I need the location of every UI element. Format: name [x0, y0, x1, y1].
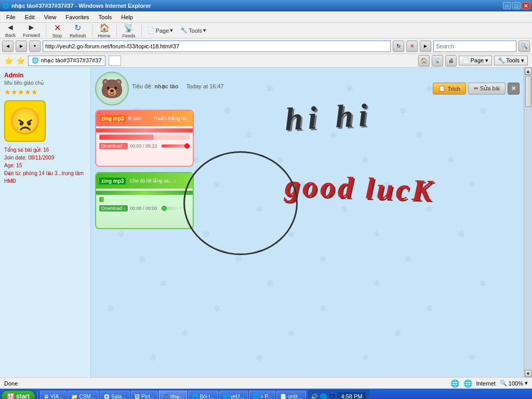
admin-title: tiêu tiêu giáo chủ — [4, 80, 86, 86]
taskbar-icon-3: 🖼 — [135, 394, 140, 400]
favorites-blank[interactable] — [109, 56, 121, 66]
action-buttons: 📋 Trích ✏ Sửa bài ✕ — [433, 83, 520, 95]
widget1-progress — [99, 135, 190, 140]
print-fav-button[interactable]: 🖨 — [445, 55, 457, 66]
taskbar-item-1[interactable]: 📁 CSM... — [68, 391, 99, 399]
scroll-down-button[interactable]: ▼ — [525, 370, 532, 377]
zing-logo-1: zing mp3 — [99, 115, 126, 122]
taskbar-item-6[interactable]: 🌐 yeU... — [219, 391, 248, 399]
content-area: ❄ ❄ ❄ ❄ ❄ ❄ ❄ ❄ ❄ ❄ ❄ ❄ ❄ ❄ ❄ ❄ ❄ ❄ ❄ ❄ … — [0, 68, 532, 377]
menu-edit[interactable]: Edit — [21, 13, 39, 21]
forward-icon: ► — [28, 23, 36, 32]
maximize-button[interactable]: □ — [512, 2, 521, 9]
address-input[interactable] — [43, 41, 391, 52]
taskbar-item-7[interactable]: 🌐 > P... — [249, 391, 275, 399]
menu-help[interactable]: Help — [117, 13, 137, 21]
circle-highlight — [183, 151, 298, 255]
tools-button[interactable]: 🔧 Tools ▾ — [177, 26, 209, 35]
zing-logo-2: zing mp3 — [99, 178, 126, 184]
scroll-thumb[interactable] — [525, 76, 531, 107]
widget1-bar — [96, 128, 193, 132]
back-icon: ◄ — [6, 23, 15, 32]
close-button[interactable]: ✕ — [522, 2, 530, 9]
back-button[interactable]: ◄ Back — [2, 22, 19, 39]
title-bar: 🌐 nhạc tào#37#37#37#37 - Windows Interne… — [0, 0, 532, 11]
page-button[interactable]: 📄 Page ▾ — [144, 26, 177, 35]
title-bar-left: 🌐 nhạc tào#37#37#37#37 - Windows Interne… — [2, 3, 151, 9]
start-label: start — [16, 393, 30, 399]
zoom-chevron: ▾ — [525, 380, 528, 387]
taskbar-item-3[interactable]: 🖼 Pict... — [131, 391, 158, 399]
tools-chevron: ▾ — [203, 27, 206, 34]
minimize-button[interactable]: ─ — [503, 2, 511, 9]
address-bar: ◄ ► ▾ ↻ ✕ ► 🔍 — [0, 38, 532, 54]
music-widget-1[interactable]: zing mp3 lê San Thuốc Đắng Gi... Downloa… — [95, 110, 194, 167]
home-label: Home — [98, 33, 111, 38]
forward-nav-button[interactable]: ► — [16, 41, 27, 52]
favorites-icon[interactable]: ⭐ — [16, 57, 25, 65]
system-tray: 🔊 🌐 🛡 4:58 PM — [307, 390, 370, 399]
windows-icon: 🪟 — [7, 393, 15, 399]
taskbar-item-2[interactable]: 💿 Sata... — [100, 391, 130, 399]
refresh-button[interactable]: ↻ Refresh — [66, 22, 89, 39]
page-fav-label: Page ▾ — [471, 57, 489, 64]
title-bar-controls: ─ □ ✕ — [503, 2, 530, 9]
ie-icon: 🌐 — [2, 3, 9, 9]
taskbar-label-2: Sata... — [111, 394, 126, 400]
forward-button[interactable]: ► Forward — [20, 22, 43, 39]
taskbar-icon-8: 📄 — [280, 394, 286, 400]
taskbar-divider — [37, 391, 38, 399]
refresh-nav-button[interactable]: ↻ — [393, 41, 404, 52]
post-count: Tổng số bài gửi: 16 — [4, 146, 86, 154]
feeds-button[interactable]: 📡 Feeds — [119, 22, 139, 39]
trich-icon: 📋 — [438, 85, 446, 92]
forward-label: Forward — [23, 33, 40, 38]
taskbar-item-4[interactable]: 🎵 nhạ... — [159, 391, 187, 399]
widget2-download[interactable]: Download ↓ — [99, 205, 128, 211]
tools-fav-button[interactable]: 🔧 Tools ▾ — [494, 56, 528, 65]
home-button[interactable]: 🏠 Home — [95, 22, 114, 39]
widget1-download[interactable]: Download ↓ — [99, 143, 128, 149]
scroll-up-button[interactable]: ▲ — [525, 68, 532, 75]
avatar-emoji: 😠 — [9, 106, 41, 136]
page-fav-icon: 📄 — [462, 57, 470, 64]
music-widget-2[interactable]: zing mp3 Cho dù lời lắng sa... ↓ Downloa… — [95, 172, 194, 229]
page-fav-button[interactable]: 📄 Page ▾ — [459, 56, 493, 65]
dropdown-button[interactable]: ▾ — [29, 41, 41, 52]
post-close-button[interactable]: ✕ — [508, 83, 520, 95]
page-chevron: ▾ — [170, 27, 173, 34]
search-button[interactable]: 🔍 — [518, 41, 530, 52]
sua-button[interactable]: ✏ Sửa bài — [468, 83, 506, 95]
taskbar-item-0[interactable]: 🖥 VIA... — [40, 391, 66, 399]
stop-button[interactable]: ✕ Stop — [49, 22, 65, 39]
back-nav-button[interactable]: ◄ — [2, 41, 14, 52]
search-input[interactable] — [433, 41, 516, 52]
favorites-tab-title[interactable]: 🌐 nhạc tào#37#37#37#37 — [28, 56, 105, 66]
menu-tools[interactable]: Tools — [95, 13, 116, 21]
menu-favorites[interactable]: Favorites — [61, 13, 93, 21]
toolbar-row: ◄ Back ► Forward ✕ Stop ↻ Refresh 🏠 Home… — [0, 23, 532, 38]
stop-nav-button[interactable]: ✕ — [406, 41, 418, 52]
trich-button[interactable]: 📋 Trích — [433, 83, 466, 95]
toolbar-separator2 — [92, 24, 92, 37]
widget2-progress — [99, 197, 190, 202]
bear-avatar: 🐻 — [95, 72, 129, 105]
menu-file[interactable]: File — [2, 13, 20, 21]
taskbar-icon-4: 🎵 — [163, 394, 169, 400]
go-button[interactable]: ► — [420, 41, 431, 52]
home-fav-button[interactable]: 🏠 — [418, 55, 430, 66]
taskbar-item-8[interactable]: 📄 untit... — [276, 391, 305, 399]
taskbar-item-5[interactable]: 🌐 Bói t... — [188, 391, 218, 399]
zoom-label: 100% — [509, 380, 523, 387]
widget1-time: 00:03 / 05:22 — [130, 143, 157, 149]
start-button[interactable]: 🪟 start — [1, 390, 35, 399]
menu-view[interactable]: View — [40, 13, 61, 21]
toolbar-separator4 — [141, 24, 142, 37]
refresh-label: Refresh — [70, 33, 86, 38]
add-favorites-icon[interactable]: ⭐ — [4, 57, 13, 65]
zoom-control[interactable]: 🔍 100% ▾ — [500, 380, 528, 387]
rss-fav-button[interactable]: 📡 — [432, 55, 443, 66]
sidebar: Admin tiêu tiêu giáo chủ ★★★★★ 😠 Tổng số… — [0, 68, 91, 377]
widget2-time: 00:00 / 00:00 — [130, 206, 157, 211]
post-actions: 🐻 Tiêu đề: nhạc tào Today at 16:47 📋 Trí… — [95, 72, 520, 105]
